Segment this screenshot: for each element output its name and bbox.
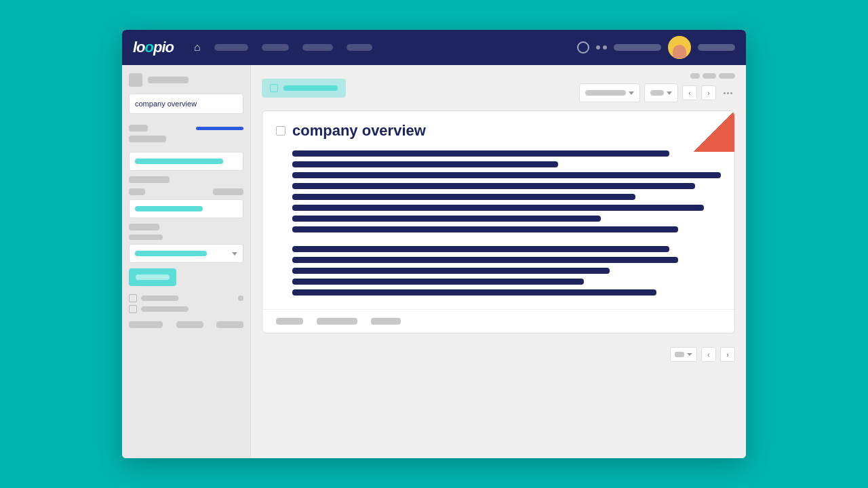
topbar: loopio ⌂ [122,30,746,65]
more-dot-3 [730,92,732,94]
sidebar-input-inner-2 [135,206,203,211]
tr-pill-1 [690,73,700,79]
text-line-2-5 [292,289,656,296]
sidebar-input-1[interactable] [129,152,243,171]
card-footer [262,309,734,333]
sidebar-search-text: company overview [135,100,197,108]
filter-button[interactable] [579,83,640,102]
topbar-dots [596,45,607,49]
sidebar-bottom-row [129,321,243,328]
paragraph-2 [292,246,721,296]
topbar-text-pill [614,44,661,51]
bottom-next-button[interactable]: › [720,347,735,362]
sidebar-input-2[interactable] [129,199,243,218]
avatar-person [673,45,686,58]
footer-tab-3[interactable] [371,318,401,325]
sidebar-checkbox-row-1 [129,294,243,302]
sidebar-checkbox-1[interactable] [129,294,137,302]
sidebar-top-pill [148,77,189,83]
text-line-2-4 [292,279,584,285]
page-select[interactable] [670,347,697,362]
card-checkbox[interactable] [276,126,285,136]
nav-item-1[interactable] [214,44,248,51]
card-header: company overview [262,111,734,145]
breadcrumb-area [262,79,346,98]
tr-pill-2 [703,73,716,79]
content-area: ‹ › compan [251,65,746,458]
text-line-1-6 [292,205,704,211]
prev-button[interactable]: ‹ [682,85,697,100]
filter-label [585,90,626,96]
content-top-bar: ‹ › [262,73,735,102]
footer-tab-1[interactable] [276,318,303,325]
sidebar-pill-2b [213,188,243,195]
nav-item-4[interactable] [347,44,372,51]
page-select-inner [675,352,684,357]
app-window: loopio ⌂ company ov [122,30,746,458]
dot-2 [603,45,607,49]
text-line-1-4 [292,183,695,189]
page-select-chevron [687,353,692,356]
breadcrumb-text [283,85,338,91]
sidebar-dropdown[interactable] [129,244,243,263]
card-corner-badge [694,111,734,152]
paragraph-1 [292,150,721,232]
sidebar-pill-left [129,125,148,131]
text-line-2-2 [292,257,678,263]
nav-item-2[interactable] [262,44,289,51]
logo: loopio [133,39,174,56]
view-button[interactable] [644,83,678,102]
top-right-pills [690,73,735,79]
top-right-controls: ‹ › [579,73,735,102]
sidebar-sub-pill [129,136,166,142]
search-icon[interactable] [577,41,589,54]
sidebar-input-inner-1 [135,159,223,164]
sidebar-checkbox-label-1 [141,296,178,301]
sidebar-search-box[interactable]: company overview [129,94,243,114]
more-dot-2 [727,92,729,94]
sidebar-button-label [136,274,170,280]
text-line-2-3 [292,268,610,274]
text-line-1-2 [292,161,558,167]
sidebar-bottom-pill-3 [216,321,243,328]
text-line-2-1 [292,246,669,252]
sidebar-section-label [129,235,163,240]
card-body [262,145,734,309]
sidebar-checkbox-label-2 [141,306,189,312]
more-dot-1 [724,92,726,94]
text-line-1-3 [292,172,721,178]
chevron-down-icon [232,252,237,256]
more-options-button[interactable] [720,85,735,100]
filter-chevron [629,92,634,95]
bottom-pagination: ‹ › [262,342,735,367]
view-chevron [667,92,672,95]
topbar-right [577,36,735,59]
sidebar-row-2 [129,188,243,195]
sidebar-bottom-pill-2 [176,321,203,328]
text-line-1-1 [292,150,669,157]
sidebar-pill-2a [129,188,145,195]
footer-tab-2[interactable] [317,318,357,325]
text-line-1-7 [292,216,601,222]
sidebar-top [129,73,243,87]
main-layout: company overview [122,65,746,458]
sidebar-action-button[interactable] [129,268,176,286]
sidebar-bottom-pill-1 [129,321,163,328]
sidebar-checkbox-2[interactable] [129,305,137,313]
bottom-prev-button[interactable]: ‹ [701,347,716,362]
next-button[interactable]: › [701,85,716,100]
view-label [650,90,664,96]
sidebar-dot-1 [238,296,243,301]
breadcrumb-pill [262,79,346,98]
dot-1 [596,45,600,49]
text-line-1-8 [292,226,678,232]
avatar[interactable] [668,36,691,59]
nav-item-3[interactable] [302,44,333,51]
sidebar-row-1 [129,125,243,131]
tr-pill-3 [719,73,735,79]
sidebar-sub-pill-2 [129,176,170,183]
breadcrumb-checkbox[interactable] [270,84,278,92]
text-line-1-5 [292,194,635,200]
home-icon[interactable]: ⌂ [194,41,201,54]
sidebar-pill-blue [196,127,243,130]
